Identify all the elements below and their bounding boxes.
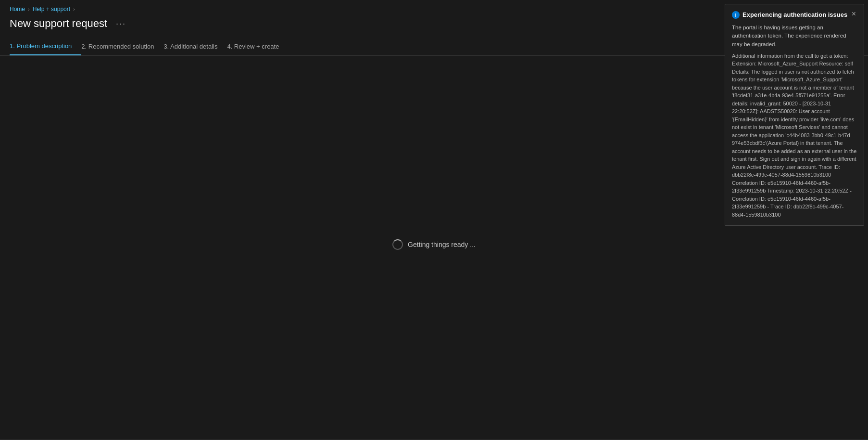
loading-label: Getting things ready ... xyxy=(408,241,476,248)
notification-details: Additional information from the call to … xyxy=(732,52,857,219)
notification-body: The portal is having issues getting an a… xyxy=(732,24,857,219)
notification-close-button[interactable]: × xyxy=(851,10,857,18)
info-icon: i xyxy=(732,11,740,19)
notification-title-row: i Experiencing authentication issues xyxy=(732,10,847,20)
loading-spinner xyxy=(392,239,403,250)
loading-container: Getting things ready ... xyxy=(392,239,476,250)
notification-header: i Experiencing authentication issues × xyxy=(732,10,857,20)
step-review-create[interactable]: 4. Review + create xyxy=(227,38,289,55)
breadcrumb-sep-2: › xyxy=(73,6,75,12)
notification-panel: i Experiencing authentication issues × T… xyxy=(725,4,864,226)
step-recommended-solution[interactable]: 2. Recommended solution xyxy=(81,38,164,55)
page-title: New support request xyxy=(10,17,107,30)
step-problem-description[interactable]: 1. Problem description xyxy=(10,38,81,55)
notification-summary: The portal is having issues getting an a… xyxy=(732,24,857,49)
step-additional-details[interactable]: 3. Additional details xyxy=(164,38,227,55)
notification-title: Experiencing authentication issues xyxy=(742,10,847,20)
breadcrumb-help-support[interactable]: Help + support xyxy=(33,6,70,13)
breadcrumb-home[interactable]: Home xyxy=(10,6,25,13)
more-options-button[interactable]: ··· xyxy=(113,18,129,30)
breadcrumb-sep-1: › xyxy=(28,6,30,12)
